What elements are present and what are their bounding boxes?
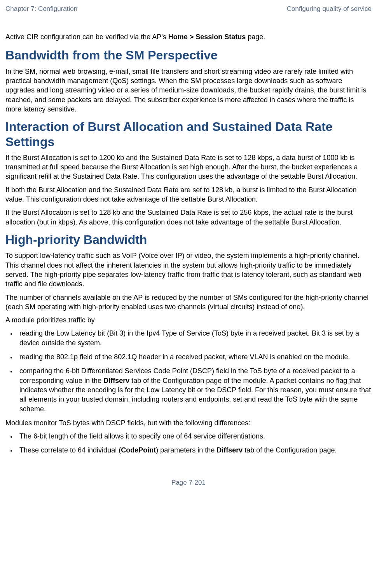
list-prioritize: reading the Low Latency bit (Bit 3) in t…: [5, 329, 372, 413]
li-bold: Diffserv: [103, 377, 129, 384]
para-hp-c: A module prioritizes traffic by: [5, 315, 372, 325]
intro-pre: Active CIR configuration can be verified…: [5, 33, 168, 41]
intro-paragraph: Active CIR configuration can be verified…: [5, 32, 372, 42]
li-text: ) parameters in the: [156, 446, 216, 454]
header-right: Configuring quality of service: [287, 5, 372, 14]
header-left: Chapter 7: Configuration: [5, 5, 77, 14]
para-interaction-a: If the Burst Allocation is set to 1200 k…: [5, 153, 372, 181]
page-footer: Page 7-201: [5, 478, 372, 487]
heading-bandwidth-sm: Bandwidth from the SM Perspective: [5, 48, 372, 63]
list-item: The 6-bit length of the field allows it …: [16, 431, 372, 441]
para-interaction-c: If the Burst Allocation is set to 128 kb…: [5, 208, 372, 227]
heading-high-priority: High-priority Bandwidth: [5, 232, 372, 247]
intro-bold: Home > Session Status: [168, 33, 246, 41]
list-item: reading the 802.1p field of the 802.1Q h…: [16, 352, 372, 362]
li-text: These correlate to 64 individual (: [19, 446, 121, 454]
list-item: comparing the 6-bit Differentiated Servi…: [16, 366, 372, 413]
para-hp-a: To support low-latency traffic such as V…: [5, 251, 372, 289]
li-bold: Diffserv: [216, 446, 243, 454]
para-bandwidth-sm: In the SM, normal web browsing, e-mail, …: [5, 67, 372, 114]
page-header: Chapter 7: Configuration Configuring qua…: [5, 0, 372, 28]
li-text: tab of the Configuration page.: [243, 446, 337, 454]
li-bold: CodePoint: [121, 446, 156, 454]
intro-post: page.: [246, 33, 265, 41]
list-item: These correlate to 64 individual (CodePo…: [16, 445, 372, 455]
para-hp-d: Modules monitor ToS bytes with DSCP fiel…: [5, 418, 372, 428]
list-differences: The 6-bit length of the field allows it …: [5, 431, 372, 455]
para-interaction-b: If both the Burst Allocation and the Sus…: [5, 185, 372, 204]
para-hp-b: The number of channels available on the …: [5, 293, 372, 312]
heading-interaction: Interaction of Burst Allocation and Sust…: [5, 119, 372, 149]
list-item: reading the Low Latency bit (Bit 3) in t…: [16, 329, 372, 348]
